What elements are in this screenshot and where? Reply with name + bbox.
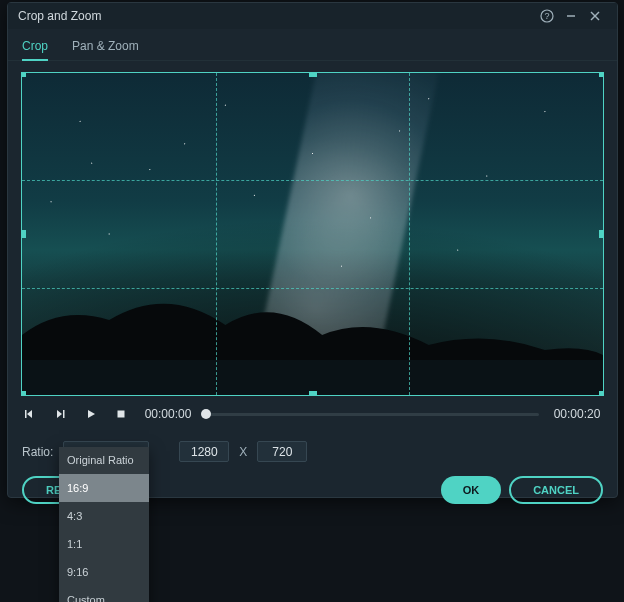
ratio-option-4-3[interactable]: 4:3	[59, 502, 149, 530]
window-title: Crop and Zoom	[18, 9, 535, 23]
svg-marker-10	[88, 410, 95, 418]
cancel-button[interactable]: CANCEL	[509, 476, 603, 504]
svg-rect-7	[25, 410, 27, 418]
ratio-option-custom[interactable]: Custom	[59, 586, 149, 602]
svg-rect-11	[118, 411, 125, 418]
help-icon[interactable]: ?	[535, 9, 559, 23]
step-forward-icon[interactable]	[52, 405, 70, 423]
dimension-separator: X	[239, 445, 247, 459]
preview-area	[22, 73, 603, 395]
tab-crop[interactable]: Crop	[22, 31, 48, 60]
svg-marker-6	[27, 410, 32, 418]
svg-rect-9	[63, 410, 65, 418]
minimize-icon[interactable]	[559, 10, 583, 22]
ratio-dropdown[interactable]: Original Ratio 16:9 4:3 1:1 9:16 Custom	[59, 447, 149, 602]
close-icon[interactable]	[583, 10, 607, 22]
width-input[interactable]: 1280	[179, 441, 229, 462]
play-icon[interactable]	[82, 405, 100, 423]
svg-rect-5	[22, 360, 603, 395]
step-back-icon[interactable]	[22, 405, 40, 423]
stop-icon[interactable]	[112, 405, 130, 423]
crop-zoom-dialog: Crop and Zoom ? Crop Pan & Zoom	[7, 2, 618, 498]
video-preview[interactable]	[22, 73, 603, 395]
tab-panzoom[interactable]: Pan & Zoom	[72, 31, 139, 60]
current-time: 00:00:00	[142, 407, 194, 421]
duration: 00:00:20	[551, 407, 603, 421]
titlebar: Crop and Zoom ?	[8, 3, 617, 29]
tabs: Crop Pan & Zoom	[8, 31, 617, 61]
svg-marker-8	[57, 410, 62, 418]
ratio-label: Ratio:	[22, 445, 53, 459]
ratio-option-1-1[interactable]: 1:1	[59, 530, 149, 558]
height-input[interactable]: 720	[257, 441, 307, 462]
svg-text:?: ?	[544, 11, 549, 21]
seek-slider[interactable]	[206, 407, 539, 421]
ratio-option-original[interactable]: Original Ratio	[59, 447, 149, 474]
ratio-option-9-16[interactable]: 9:16	[59, 558, 149, 586]
ratio-option-16-9[interactable]: 16:9	[59, 474, 149, 502]
playback-controls: 00:00:00 00:00:20	[8, 401, 617, 423]
seek-thumb[interactable]	[201, 409, 211, 419]
ok-button[interactable]: OK	[441, 476, 502, 504]
